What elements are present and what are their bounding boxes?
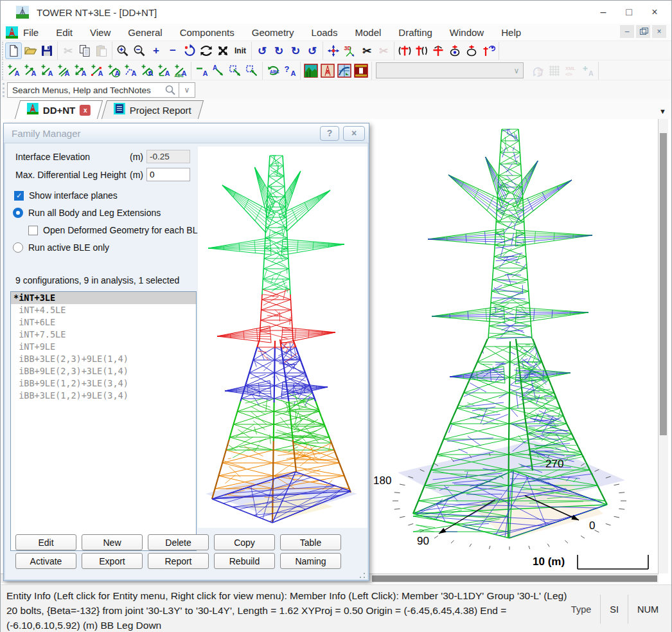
vertical-scrollbar[interactable] (658, 119, 668, 573)
toolbar-grip[interactable] (3, 83, 4, 97)
max-differential-leg-height-input[interactable] (146, 168, 190, 181)
dialog-title-bar[interactable]: Family Manager ? × (4, 123, 369, 143)
menu-window[interactable]: Window (450, 27, 484, 38)
maximize-button[interactable]: □ (616, 1, 642, 24)
delete-button[interactable]: Delete (148, 534, 209, 550)
table-button[interactable]: Table (280, 534, 341, 550)
terrain-view[interactable] (303, 62, 319, 79)
plate-view[interactable] (353, 62, 369, 79)
add-member-circle[interactable]: A (139, 62, 155, 79)
add-member-text[interactable]: ABCA (172, 62, 189, 79)
tower-3d-view[interactable]: 09018027010 (m) (372, 120, 660, 575)
zoom-out[interactable] (131, 42, 148, 59)
insulator-top[interactable] (430, 42, 447, 59)
menu-geometry[interactable]: Geometry (252, 27, 294, 38)
show-interface-planes-checkbox[interactable]: ✓ (14, 191, 24, 201)
add-member-ring[interactable]: A (105, 62, 122, 79)
add-member-rise[interactable]: A (22, 62, 39, 79)
zoom-extents[interactable] (215, 42, 231, 59)
member-direction[interactable]: A (210, 62, 227, 79)
menu-general[interactable]: General (128, 27, 162, 38)
tower-view[interactable] (319, 62, 336, 79)
dialog-help-button[interactable]: ? (320, 126, 339, 141)
open-file[interactable] (22, 42, 39, 59)
menu-edit[interactable]: Edit (56, 27, 73, 38)
menu-model[interactable]: Model (355, 27, 381, 38)
insulator-clip-right[interactable] (413, 42, 430, 59)
copy[interactable] (76, 42, 93, 59)
rotate-left[interactable]: ↺ (254, 42, 270, 59)
save[interactable] (39, 42, 55, 59)
mdi-close-button[interactable]: × (652, 25, 666, 38)
insulator-clip-both[interactable] (396, 42, 413, 59)
menu-drafting[interactable]: Drafting (398, 27, 432, 38)
rotate-down[interactable]: ↺ (304, 42, 321, 59)
add-member-span[interactable]: A (72, 62, 89, 79)
rotate-right[interactable]: ↻ (270, 42, 287, 59)
rebuild-button[interactable]: Rebuild (214, 553, 275, 569)
member-box-in[interactable] (243, 62, 260, 79)
mdi-minimize-button[interactable]: – (620, 25, 634, 38)
zoom-in[interactable] (114, 42, 131, 59)
mdi-restore-button[interactable] (636, 25, 650, 38)
menu-components[interactable]: Components (180, 27, 234, 38)
open-deformed-checkbox[interactable] (28, 226, 38, 235)
section-view[interactable] (336, 62, 353, 79)
new-document[interactable] (5, 42, 22, 59)
export-button[interactable]: Export (82, 553, 143, 569)
activate-button[interactable]: Activate (15, 553, 76, 569)
configuration-item[interactable]: iBB+9LE(1,2)+3LE(3,4) (11, 377, 196, 390)
vertical-scrollbar-thumb[interactable] (660, 133, 667, 435)
rename-members[interactable]: ABC (265, 62, 281, 79)
naming-button[interactable]: Naming (280, 553, 341, 569)
rotate-up[interactable]: ↻ (287, 42, 304, 59)
search-dropdown-button[interactable]: ∨ (179, 82, 195, 98)
tab-dd-nt[interactable]: DD+NTx (15, 100, 103, 119)
configuration-item[interactable]: iNT+6LE (11, 316, 196, 329)
configuration-item[interactable]: iBB+9LE(2,3)+3LE(1,4) (11, 365, 196, 377)
insulator-rotate[interactable] (480, 42, 497, 59)
rotate-view-free[interactable] (198, 42, 215, 59)
add-member-double[interactable]: A (55, 62, 72, 79)
tab-project-report[interactable]: Project Report (102, 100, 204, 119)
menu-loads[interactable]: Loads (312, 27, 338, 38)
add-member-bend[interactable]: A (122, 62, 139, 79)
minimize-button[interactable]: – (590, 1, 616, 24)
menu-help[interactable]: Help (501, 27, 521, 38)
menu-file[interactable]: File (23, 27, 39, 38)
add-member[interactable]: A (5, 62, 22, 79)
member-box-out[interactable] (227, 62, 243, 79)
tab-list-dropdown[interactable]: ▼ (659, 107, 666, 115)
configuration-item[interactable]: iBB+3LE(2,3)+9LE(1,4) (11, 353, 196, 365)
insulator-eye[interactable] (463, 42, 480, 59)
new-button[interactable]: New (82, 534, 143, 550)
report-button[interactable]: Report (148, 553, 209, 569)
dialog-close-button[interactable]: × (343, 126, 365, 141)
configuration-item[interactable]: iBB+3LE(1,2)+9LE(3,4) (11, 390, 196, 402)
configuration-item[interactable]: *iNT+3LE (11, 292, 196, 304)
init-view[interactable]: Init (231, 42, 249, 59)
document-tower-icon[interactable] (6, 26, 18, 39)
view-3d[interactable]: 3D (342, 42, 358, 59)
run-all-ble-radio[interactable] (13, 208, 23, 218)
add-member-ground[interactable]: A (155, 62, 172, 79)
configuration-item[interactable]: iNT+4.5LE (11, 304, 196, 316)
zoom-increase[interactable]: + (148, 42, 164, 59)
configuration-item[interactable]: iNT+9LE (11, 341, 196, 353)
menu-view[interactable]: View (90, 27, 111, 38)
copy-button[interactable]: Copy (214, 534, 275, 550)
cut-plane[interactable]: ✂ (358, 42, 375, 59)
remove-member[interactable]: A (193, 62, 210, 79)
configuration-item[interactable]: iNT+7.5LE (11, 329, 196, 341)
move-origin[interactable] (325, 42, 342, 59)
insulator-eye-filled[interactable] (447, 42, 463, 59)
configurations-listbox[interactable]: *iNT+3LE iNT+4.5LE iNT+6LE iNT+7.5LE iNT… (10, 291, 197, 551)
dialog-resize-grip[interactable] (359, 572, 366, 579)
rotate-view[interactable] (181, 42, 198, 59)
add-member-drop[interactable]: A (39, 62, 55, 79)
tower-preview-image[interactable] (198, 147, 367, 528)
zoom-decrease[interactable]: − (164, 42, 181, 59)
tab-close-button[interactable]: x (80, 105, 91, 116)
run-active-ble-radio[interactable] (13, 242, 23, 253)
search-input[interactable]: Search Menus, Help and TechNotes (7, 82, 179, 98)
